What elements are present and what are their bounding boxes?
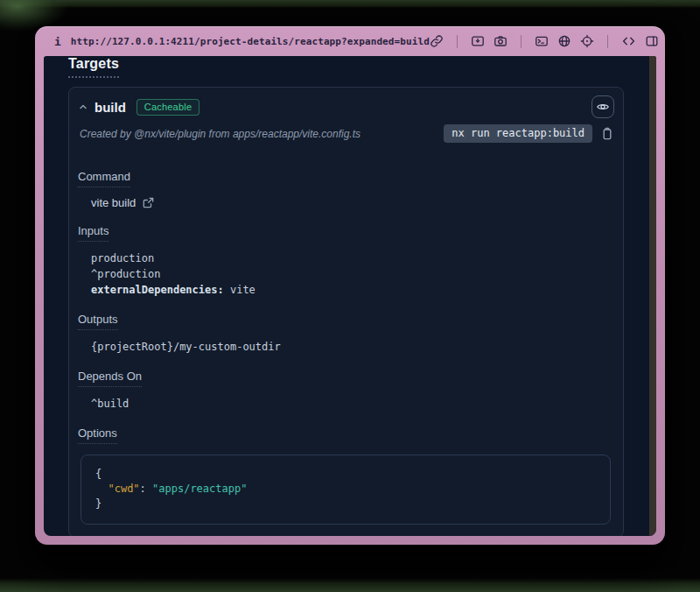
options-section: Options { "cwd": "apps/reactapp" } — [78, 425, 612, 525]
depends-on-section: Depends On ^build — [78, 368, 612, 412]
toolbar-actions — [430, 34, 659, 48]
page-viewport: Targets build Cacheable — [44, 56, 656, 536]
json-value-cwd: "apps/reactapp" — [152, 483, 247, 495]
browser-toolbar: i http://127.0.0.1:4211/project-details/… — [35, 26, 665, 56]
json-close-brace: } — [95, 497, 102, 510]
clipboard-icon — [600, 127, 614, 141]
outputs-label: Outputs — [78, 313, 118, 330]
camera-icon[interactable] — [494, 34, 508, 48]
output-item: {projectRoot}/my-custom-outdir — [91, 339, 612, 355]
background-bottom-edge — [0, 578, 700, 592]
target-name-build: build — [94, 100, 126, 115]
view-target-graph-button[interactable] — [592, 95, 614, 118]
address-url: http://127.0.0.1:4211/project-details/re… — [71, 36, 430, 47]
run-command-chip: nx run reactapp:build — [444, 124, 592, 143]
copy-command-button[interactable] — [600, 127, 614, 141]
input-item: production — [91, 250, 612, 266]
target-card-build: build Cacheable Created by @nx/vite/plug… — [68, 87, 624, 536]
link-icon[interactable] — [430, 34, 444, 48]
json-open-brace: { — [95, 468, 102, 480]
sidebar-icon[interactable] — [645, 34, 659, 48]
toolbar-separator — [457, 35, 458, 48]
inputs-section: Inputs production ^production externalDe… — [78, 222, 612, 298]
toolbar-separator — [607, 35, 608, 48]
download-icon[interactable] — [471, 34, 485, 48]
terminal-icon[interactable] — [535, 34, 549, 48]
options-label: Options — [78, 426, 117, 444]
code-icon[interactable] — [621, 34, 636, 48]
eye-icon — [596, 100, 610, 114]
command-label: Command — [78, 170, 130, 187]
project-details-content: Targets build Cacheable — [44, 56, 649, 536]
toolbar-separator — [521, 35, 522, 48]
json-key-cwd: "cwd" — [108, 483, 139, 495]
input-key-value: vite — [224, 284, 256, 296]
scrollbar[interactable] — [649, 56, 656, 536]
inputs-label: Inputs — [78, 224, 108, 242]
input-item-keyed: externalDependencies: vite — [91, 282, 612, 298]
globe-icon[interactable] — [557, 34, 571, 48]
outputs-list: {projectRoot}/my-custom-outdir — [78, 339, 612, 355]
json-indent — [95, 483, 108, 495]
desktop-background: i http://127.0.0.1:4211/project-details/… — [0, 0, 700, 592]
build-created-row: Created by @nx/vite/plugin from apps/rea… — [69, 118, 623, 153]
options-json-box: { "cwd": "apps/reactapp" } — [80, 455, 611, 525]
chevron-up-icon — [78, 102, 88, 112]
build-card-header[interactable]: build Cacheable — [69, 88, 623, 118]
command-section: Command vite build — [78, 168, 612, 209]
inputs-list: production ^production externalDependenc… — [78, 250, 612, 298]
outputs-section: Outputs {projectRoot}/my-custom-outdir — [78, 311, 612, 355]
external-link-icon[interactable] — [142, 196, 155, 209]
build-sections: Command vite build Inputs — [69, 153, 623, 536]
json-colon: : — [140, 483, 152, 495]
browser-window: i http://127.0.0.1:4211/project-details/… — [35, 26, 665, 545]
created-by-text: Created by @nx/vite/plugin from apps/rea… — [80, 128, 360, 140]
target-icon[interactable] — [580, 34, 594, 48]
depends-on-list: ^build — [78, 396, 612, 412]
cacheable-badge: Cacheable — [136, 99, 200, 116]
background-top-edge — [0, 0, 700, 8]
command-value-row: vite build — [78, 196, 612, 209]
targets-heading: Targets — [68, 56, 119, 78]
input-item: ^production — [91, 266, 612, 282]
info-icon: i — [54, 35, 61, 48]
command-value: vite build — [91, 196, 136, 209]
depends-on-item: ^build — [91, 396, 612, 412]
input-key: externalDependencies: — [91, 284, 224, 296]
depends-on-label: Depends On — [78, 370, 142, 387]
